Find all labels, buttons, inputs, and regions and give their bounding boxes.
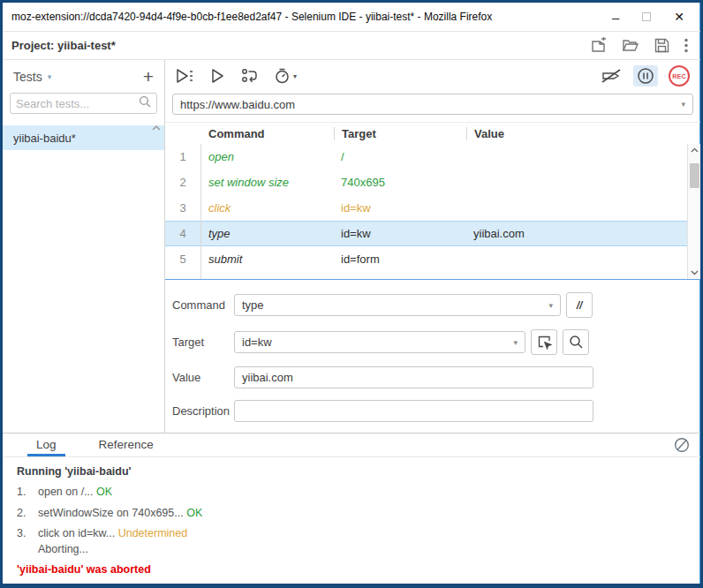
test-speed-icon[interactable]: ▾ — [274, 67, 297, 85]
tests-dropdown-caret-icon[interactable]: ▾ — [48, 72, 52, 81]
command-row-6[interactable]: 6 click linkText=易百教程™，专注于... — [165, 272, 687, 280]
test-list-item[interactable]: yiibai-baidu* — [3, 125, 164, 150]
log-entry-1: 1.open on /... OK — [17, 486, 686, 498]
find-target-button[interactable] — [563, 329, 589, 355]
add-test-button[interactable]: + — [143, 67, 154, 86]
minimize-icon[interactable]: – — [612, 11, 619, 24]
command-edit-form: Command type ▾ // Target id=kw ▾ — [165, 280, 700, 433]
log-output: Running 'yiibai-baidu' 1.open on /... OK… — [3, 457, 700, 584]
command-row-2[interactable]: 2 set window size 740x695 — [165, 170, 687, 195]
base-url-select[interactable]: https://www.baidu.com ▾ — [172, 94, 693, 115]
log-tab-bar: Log Reference — [3, 433, 700, 457]
run-current-test-icon[interactable] — [209, 67, 225, 85]
log-entry-2: 2.setWindowSize on 740x695... OK — [17, 507, 686, 519]
step-over-icon[interactable] — [240, 67, 259, 85]
description-field-label: Description — [172, 404, 234, 418]
search-icon — [139, 95, 151, 111]
project-bar: Project: yiibai-test* — [3, 32, 700, 60]
search-tests-box[interactable] — [10, 93, 157, 114]
project-name: yiibai-test* — [57, 39, 116, 52]
project-menu-icon[interactable] — [684, 38, 688, 53]
target-select[interactable]: id=kw ▾ — [234, 331, 525, 353]
log-status-ok-2: OK — [186, 507, 202, 519]
tests-scroll-up-icon[interactable] — [152, 119, 161, 135]
log-status-ok-1: OK — [96, 486, 112, 498]
command-row-1[interactable]: 1 open / — [165, 144, 687, 170]
disable-breakpoints-icon[interactable] — [600, 67, 623, 85]
search-tests-input[interactable] — [16, 97, 139, 110]
command-row-5[interactable]: 5 submit id=form — [165, 246, 687, 272]
pause-on-exceptions-icon[interactable] — [633, 65, 658, 87]
value-field-label: Value — [172, 371, 234, 384]
value-input[interactable] — [234, 366, 593, 388]
commands-table-header: Command Target Value — [165, 122, 700, 144]
scroll-down-icon[interactable] — [691, 267, 699, 279]
column-target: Target — [334, 127, 466, 140]
scrollbar-thumb[interactable] — [690, 163, 699, 188]
clear-log-icon[interactable] — [674, 437, 690, 456]
command-select-caret-icon[interactable]: ▾ — [548, 301, 553, 310]
maximize-icon[interactable] — [642, 12, 651, 21]
project-label: Project: — [11, 39, 57, 52]
command-field-label: Command — [172, 298, 234, 312]
tab-reference[interactable]: Reference — [90, 438, 163, 456]
log-status-undetermined: Undetermined — [118, 527, 188, 539]
test-speed-caret-icon[interactable]: ▾ — [293, 72, 297, 80]
target-field-label: Target — [172, 335, 234, 349]
column-value: Value — [466, 127, 700, 140]
description-input[interactable] — [234, 400, 593, 422]
target-select-caret-icon[interactable]: ▾ — [513, 338, 518, 347]
open-project-icon[interactable] — [622, 38, 639, 53]
selenium-ide-window: moz-extension://dcda7420-94d4-4f9e-b0cb-… — [0, 0, 703, 588]
log-panel: Log Reference Running 'yiibai-baidu' 1.o… — [3, 433, 700, 584]
base-url-caret-icon[interactable]: ▾ — [681, 100, 685, 109]
record-button[interactable]: REC — [669, 65, 690, 87]
playback-toolbar: ▾ REC — [165, 60, 700, 92]
save-project-icon[interactable] — [654, 38, 669, 53]
command-row-3[interactable]: 3 click id=kw — [165, 195, 687, 221]
new-project-icon[interactable] — [590, 37, 607, 54]
command-row-4-selected[interactable]: 4 type id=kw yiibai.com — [165, 221, 687, 246]
close-icon[interactable]: ✕ — [674, 11, 684, 23]
scroll-up-icon[interactable] — [691, 144, 699, 156]
commands-table: Command Target Value 1 open / 2 — [165, 122, 700, 280]
tab-log[interactable]: Log — [27, 438, 65, 456]
record-label: REC — [672, 73, 685, 79]
window-title: moz-extension://dcda7420-94d4-4f9e-b0cb-… — [3, 11, 492, 23]
table-scrollbar[interactable] — [687, 144, 700, 279]
log-entry-3: 3.click on id=kw... Undetermined Abortin… — [17, 527, 686, 555]
tests-sidebar: Tests ▾ + yiibai-baidu* — [3, 60, 165, 433]
base-url-value: https://www.baidu.com — [180, 98, 681, 111]
column-command: Command — [201, 127, 334, 140]
command-select[interactable]: type ▾ — [234, 294, 561, 316]
log-running-header: Running 'yiibai-baidu' — [17, 465, 686, 478]
tests-dropdown[interactable]: Tests — [13, 70, 42, 84]
toggle-comment-button[interactable]: // — [566, 292, 593, 318]
select-target-in-page-button[interactable] — [531, 329, 557, 355]
log-aborted-message: 'yiibai-baidu' was aborted — [17, 563, 686, 576]
window-titlebar: moz-extension://dcda7420-94d4-4f9e-b0cb-… — [3, 3, 700, 32]
run-all-tests-icon[interactable] — [174, 67, 194, 85]
log-aborting-line: Aborting... — [38, 543, 686, 555]
